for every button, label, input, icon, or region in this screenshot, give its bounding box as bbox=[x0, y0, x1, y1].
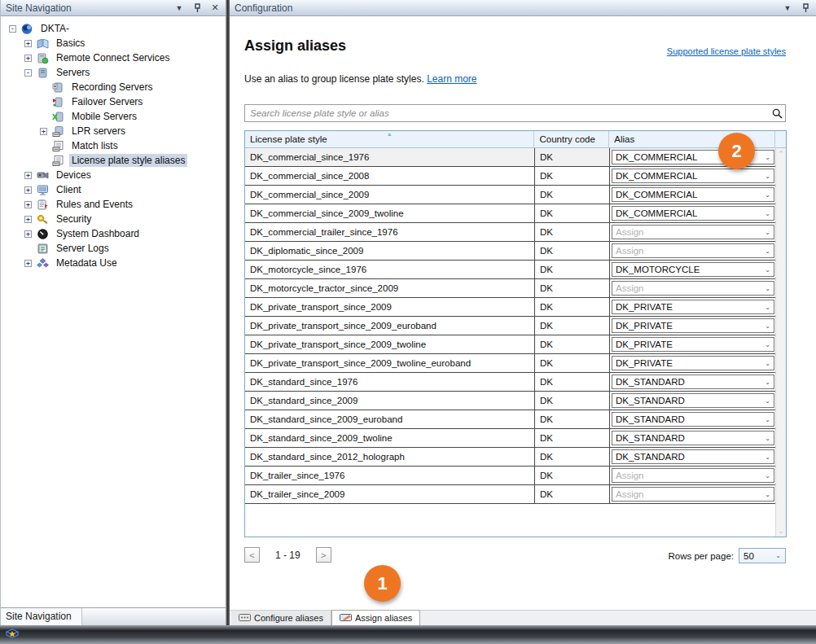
alias-dropdown[interactable]: DK_PRIVATE⌄ bbox=[612, 337, 774, 352]
tree-item-basics[interactable]: +Basics bbox=[4, 36, 226, 50]
tree-item-match-lists[interactable]: Match lists bbox=[4, 138, 226, 153]
alias-dropdown[interactable]: Assign⌄ bbox=[612, 225, 774, 239]
tree-item-label: DKTA- bbox=[38, 22, 72, 35]
alias-cell: Assign⌄ bbox=[610, 485, 776, 503]
site-navigation-bottom-tab[interactable]: Site Navigation bbox=[1, 608, 82, 625]
table-row[interactable]: DK_commercial_since_2008DKDK_COMMERCIAL⌄ bbox=[245, 167, 786, 186]
license-plate-style-cell: DK_standard_since_1976 bbox=[245, 373, 535, 391]
panel-menu-chevron-icon[interactable]: ▼ bbox=[781, 2, 794, 14]
tree-item-dkta[interactable]: -DKTA- bbox=[4, 21, 226, 36]
tree-item-mobile-servers[interactable]: Mobile Servers bbox=[4, 109, 226, 124]
alias-dropdown[interactable]: DK_PRIVATE⌄ bbox=[612, 300, 774, 314]
column-header-license-plate-style[interactable]: License plate style ▲ bbox=[245, 131, 534, 147]
scroll-down-icon[interactable]: ⌄ bbox=[778, 528, 784, 534]
rows-per-page-select[interactable]: 50 ⌄ bbox=[739, 548, 786, 563]
chevron-down-icon: ⌄ bbox=[765, 341, 770, 348]
table-row[interactable]: DK_commercial_since_2009DKDK_COMMERCIAL⌄ bbox=[245, 186, 786, 204]
alias-dropdown-value: DK_PRIVATE bbox=[616, 302, 673, 312]
table-row[interactable]: DK_trailer_since_2009DKAssign⌄ bbox=[245, 485, 786, 504]
next-page-button[interactable]: > bbox=[316, 547, 331, 563]
expand-icon[interactable]: + bbox=[24, 201, 32, 208]
expand-icon[interactable]: + bbox=[24, 216, 32, 223]
alias-dropdown[interactable]: DK_STANDARD⌄ bbox=[612, 375, 774, 389]
alias-dropdown[interactable]: DK_COMMERCIAL⌄ bbox=[612, 169, 774, 183]
tree-item-devices[interactable]: +Devices bbox=[4, 168, 226, 182]
table-row[interactable]: DK_standard_since_2012_holographDKDK_STA… bbox=[245, 448, 786, 467]
license-plate-style-cell: DK_commercial_trailer_since_1976 bbox=[245, 223, 535, 241]
alias-dropdown[interactable]: Assign⌄ bbox=[612, 243, 774, 258]
pin-icon[interactable] bbox=[191, 2, 204, 14]
tree-item-system-dashboard[interactable]: +System Dashboard bbox=[4, 226, 226, 241]
previous-page-button[interactable]: < bbox=[244, 547, 260, 563]
expand-icon[interactable]: + bbox=[40, 128, 47, 135]
alias-cell: Assign⌄ bbox=[610, 223, 776, 241]
table-row[interactable]: DK_private_transport_since_2009_euroband… bbox=[245, 317, 786, 335]
tree-item-license-plate-style-aliases[interactable]: License plate style aliases bbox=[4, 153, 226, 168]
expand-icon[interactable]: + bbox=[24, 172, 32, 179]
alias-dropdown[interactable]: DK_STANDARD⌄ bbox=[612, 431, 774, 445]
table-row[interactable]: DK_private_transport_since_2009_twolineD… bbox=[245, 335, 786, 354]
expand-icon[interactable]: + bbox=[24, 40, 32, 47]
table-row[interactable]: DK_motorcycle_since_1976DKDK_MOTORCYCLE⌄ bbox=[245, 261, 786, 279]
tree-item-metadata-use[interactable]: +Metadata Use bbox=[4, 256, 226, 270]
collapse-icon[interactable]: - bbox=[9, 25, 16, 33]
table-row[interactable]: DK_commercial_since_2009_twolineDKDK_COM… bbox=[245, 204, 786, 223]
chevron-down-icon: ⌄ bbox=[765, 453, 770, 461]
alias-dropdown[interactable]: Assign⌄ bbox=[612, 487, 774, 502]
table-row[interactable]: DK_diplomatic_since_2009DKAssign⌄ bbox=[245, 242, 786, 261]
tree-item-remote-connect-services[interactable]: +Remote Connect Services bbox=[4, 50, 226, 65]
tree-item-label: Client bbox=[54, 183, 84, 196]
alias-dropdown[interactable]: Assign⌄ bbox=[612, 468, 774, 483]
alias-dropdown[interactable]: DK_STANDARD⌄ bbox=[612, 449, 774, 464]
tree-item-servers[interactable]: -Servers bbox=[4, 65, 226, 80]
status-app-icon bbox=[5, 627, 20, 643]
search-input[interactable] bbox=[245, 108, 769, 118]
tree-item-rules-and-events[interactable]: +Rules and Events bbox=[4, 197, 226, 212]
alias-dropdown[interactable]: DK_PRIVATE⌄ bbox=[612, 356, 774, 370]
tab-assign-aliases[interactable]: Assign aliases bbox=[331, 610, 420, 625]
table-row[interactable]: DK_commercial_since_1976DKDK_COMMERCIAL⌄ bbox=[245, 148, 786, 167]
learn-more-link[interactable]: Learn more bbox=[427, 73, 476, 85]
column-header-country-code[interactable]: Country code bbox=[534, 131, 609, 147]
expand-icon[interactable]: + bbox=[24, 55, 32, 62]
expand-icon[interactable]: + bbox=[24, 230, 32, 238]
table-scrollbar[interactable]: ⌃ ⌄ bbox=[775, 148, 786, 537]
tree-item-security[interactable]: +Security bbox=[4, 212, 226, 226]
alias-dropdown[interactable]: DK_STANDARD⌄ bbox=[612, 393, 774, 408]
table-row[interactable]: DK_standard_since_2009_eurobandDKDK_STAN… bbox=[245, 410, 786, 429]
table-row[interactable]: DK_commercial_trailer_since_1976DKAssign… bbox=[245, 223, 786, 242]
table-row[interactable]: DK_motorcycle_tractor_since_2009DKAssign… bbox=[245, 279, 786, 298]
tree-item-recording-servers[interactable]: Recording Servers bbox=[4, 80, 226, 94]
alias-dropdown[interactable]: DK_COMMERCIAL⌄ bbox=[612, 206, 774, 221]
alias-dropdown[interactable]: Assign⌄ bbox=[612, 281, 774, 296]
tree-item-client[interactable]: +Client bbox=[4, 182, 226, 197]
site-navigation-titlebar: Site Navigation ▼ ✕ bbox=[1, 0, 226, 16]
table-row[interactable]: DK_private_transport_since_2009DKDK_PRIV… bbox=[245, 298, 786, 317]
table-row[interactable]: DK_standard_since_1976DKDK_STANDARD⌄ bbox=[245, 373, 786, 392]
alias-dropdown[interactable]: DK_STANDARD⌄ bbox=[612, 412, 774, 427]
supported-license-plate-styles-link[interactable]: Supported license plate styles bbox=[667, 46, 786, 56]
expand-icon[interactable]: + bbox=[24, 186, 32, 194]
table-row[interactable]: DK_trailer_since_1976DKAssign⌄ bbox=[245, 467, 786, 485]
table-row[interactable]: DK_standard_since_2009_twolineDKDK_STAND… bbox=[245, 429, 786, 448]
expand-icon[interactable]: + bbox=[24, 260, 32, 267]
tree-item-failover-servers[interactable]: Failover Servers bbox=[4, 94, 226, 109]
license-plate-style-cell: DK_commercial_since_2008 bbox=[245, 167, 535, 185]
alias-dropdown[interactable]: DK_COMMERCIAL⌄ bbox=[612, 187, 774, 202]
tab-configure-aliases[interactable]: Configure aliases bbox=[231, 611, 331, 625]
assign-aliases-tab-icon bbox=[340, 613, 352, 624]
tree-item-lpr-servers[interactable]: +LPR servers bbox=[4, 124, 226, 138]
pin-icon[interactable] bbox=[799, 2, 812, 14]
country-code-cell: DK bbox=[535, 148, 610, 166]
alias-dropdown[interactable]: DK_PRIVATE⌄ bbox=[612, 318, 774, 333]
dashboard-icon bbox=[36, 228, 50, 240]
tree-item-server-logs[interactable]: Server Logs bbox=[4, 241, 226, 256]
close-icon[interactable]: ✕ bbox=[208, 2, 222, 14]
table-row[interactable]: DK_standard_since_2009DKDK_STANDARD⌄ bbox=[245, 392, 786, 410]
table-row[interactable]: DK_private_transport_since_2009_twoline_… bbox=[245, 354, 786, 373]
collapse-icon[interactable]: - bbox=[24, 69, 32, 77]
scroll-up-icon[interactable]: ⌃ bbox=[778, 151, 784, 157]
search-icon[interactable] bbox=[769, 108, 785, 119]
panel-menu-chevron-icon[interactable]: ▼ bbox=[173, 2, 186, 14]
alias-dropdown[interactable]: DK_MOTORCYCLE⌄ bbox=[612, 262, 774, 277]
